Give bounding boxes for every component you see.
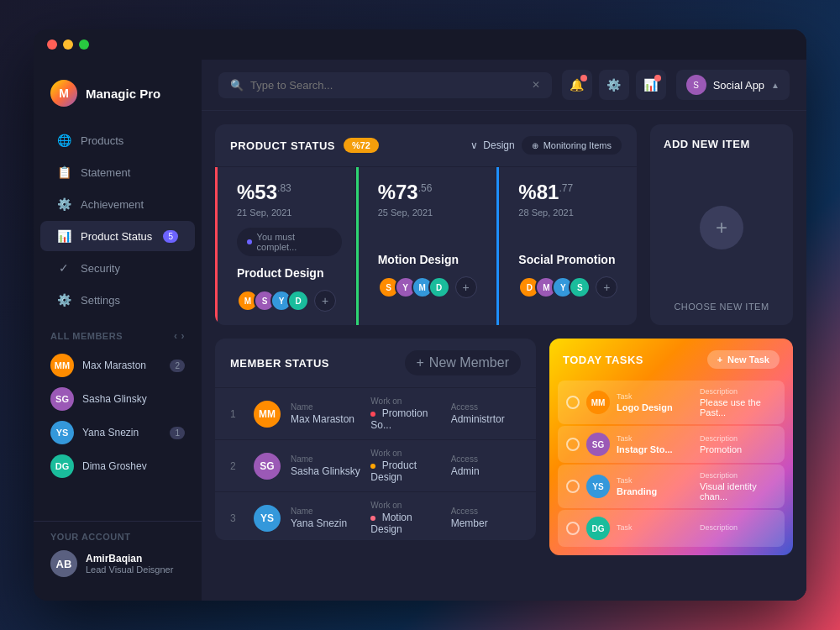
work-dot-icon — [370, 412, 375, 417]
work-field: Work on Promotion So... — [370, 396, 440, 431]
products-icon: 🌐 — [57, 134, 71, 147]
close-button[interactable] — [47, 39, 57, 50]
sidebar-member-item[interactable]: DG Dima Groshev — [34, 449, 202, 483]
maximize-button[interactable] — [79, 39, 89, 50]
notification-badge — [580, 75, 587, 81]
sidebar-item-security[interactable]: ✓ Security — [40, 253, 195, 283]
status-percent: %53.83 — [237, 181, 342, 204]
minimize-button[interactable] — [63, 39, 73, 50]
activity-button[interactable]: 📊 — [636, 70, 666, 100]
task-item[interactable]: MM Task Logo Design Description Please u… — [558, 381, 785, 424]
statement-icon: 📋 — [57, 165, 71, 179]
member-status-title: MEMBER STATUS — [230, 357, 329, 370]
account-role: Lead Visual Deisgner — [86, 564, 185, 575]
prev-arrow-icon[interactable]: ‹ — [174, 330, 178, 342]
member-name: Yana Snezin — [82, 427, 161, 438]
logo-text: Managic Pro — [86, 87, 160, 101]
table-row[interactable]: 1 MM Name Max Maraston Work on Promotion… — [215, 388, 536, 440]
access-field: Access Administrtor — [451, 402, 521, 425]
sidebar-member-item[interactable]: MM Max Maraston 2 — [34, 349, 202, 382]
status-column: %73.56 25 Sep, 2021 Motion Design SYMD + — [356, 167, 497, 325]
task-content: Task Branding — [617, 476, 693, 496]
your-account-label: YOUR ACCOUNT — [50, 532, 185, 542]
work-dot-icon — [370, 516, 375, 521]
task-checkbox[interactable] — [566, 480, 580, 493]
add-item-button[interactable]: + — [700, 206, 743, 249]
product-status-card: PRODUCT STATUS %72 ∨ Design ⊕ Monitoring… — [215, 124, 637, 325]
task-checkbox[interactable] — [566, 522, 580, 535]
add-member-button[interactable]: + — [455, 276, 477, 298]
nav-label: Achievement — [81, 198, 144, 211]
project-name: Motion Design — [378, 253, 483, 266]
sidebar-item-settings[interactable]: ⚙️ Settings — [40, 285, 195, 315]
monitoring-icon: ⊕ — [532, 141, 538, 150]
add-member-button[interactable]: + — [596, 276, 617, 298]
task-item[interactable]: YS Task Branding Description Visual iden… — [558, 465, 785, 508]
main-content: 🔍 ✕ 🔔 ⚙️ 📊 S Soc — [202, 60, 806, 601]
header: 🔍 ✕ 🔔 ⚙️ 📊 S Soc — [202, 60, 806, 111]
notification-button[interactable]: 🔔 — [562, 70, 592, 100]
nav-list: 🌐 Products 📋 Statement ⚙️ Achievement 📊 … — [34, 123, 202, 317]
member-badge: 2 — [170, 360, 185, 372]
sidebar-member-item[interactable]: SG Sasha Glinsky — [34, 382, 202, 416]
content-body: PRODUCT STATUS %72 ∨ Design ⊕ Monitoring… — [202, 111, 806, 601]
access-field: Access Admin — [451, 454, 521, 477]
bottom-row: MEMBER STATUS + New Member 1 MM Name Max… — [215, 339, 793, 555]
table-row[interactable]: 2 SG Name Sasha Glinksky Work on Product… — [215, 440, 536, 492]
sidebar-item-statement[interactable]: 📋 Statement — [40, 157, 195, 187]
avatar: YS — [254, 505, 281, 532]
achievement-icon: ⚙️ — [57, 197, 71, 211]
nav-label: Security — [81, 262, 120, 275]
status-percent: %73.56 — [378, 181, 483, 204]
member-name: Sasha Glinsky — [82, 393, 185, 405]
traffic-lights — [47, 39, 89, 50]
status-date: 28 Sep, 2021 — [518, 207, 623, 218]
work-field: Work on Product Design — [370, 449, 440, 483]
settings-button[interactable]: ⚙️ — [599, 70, 629, 100]
user-profile[interactable]: S Social App ▲ — [676, 70, 790, 100]
account-info[interactable]: AB AmirBaqian Lead Visual Deisgner — [50, 550, 185, 577]
name-field: Name Yana Snezin — [291, 507, 360, 529]
today-tasks-card: TODAY TASKS + New Task MM Task Logo Desi… — [549, 339, 793, 555]
logo-icon: M — [50, 80, 77, 107]
new-member-button[interactable]: + New Member — [405, 350, 521, 375]
new-task-button[interactable]: + New Task — [707, 350, 780, 369]
plus-icon: + — [717, 354, 722, 365]
user-name: Social App — [713, 79, 764, 92]
task-content: Task Instagr Sto... — [617, 434, 693, 454]
task-description: Description Visual identity chan... — [700, 471, 776, 501]
avatar: YS — [586, 475, 610, 498]
table-row[interactable]: 3 YS Name Yana Snezin Work on Motion Des… — [215, 492, 536, 540]
row-number: 1 — [230, 408, 244, 420]
search-icon: 🔍 — [230, 79, 244, 92]
member-status-card: MEMBER STATUS + New Member 1 MM Name Max… — [215, 339, 536, 540]
title-bar — [34, 29, 806, 60]
next-arrow-icon[interactable]: › — [181, 330, 186, 342]
monitoring-button[interactable]: ⊕ Monitoring Items — [522, 136, 622, 155]
nav-label: Product Status — [81, 230, 152, 243]
sidebar-item-products[interactable]: 🌐 Products — [40, 125, 195, 155]
status-column: %53.83 21 Sep, 2021 You must complet... … — [215, 167, 356, 325]
add-member-button[interactable]: + — [314, 290, 336, 312]
today-tasks-title: TODAY TASKS — [563, 354, 707, 366]
today-tasks-header: TODAY TASKS + New Task — [549, 339, 793, 381]
notice-badge: You must complet... — [237, 228, 342, 256]
avatar: YS — [50, 421, 74, 444]
sidebar-item-achievement[interactable]: ⚙️ Achievement — [40, 189, 195, 219]
search-bar[interactable]: 🔍 ✕ — [218, 72, 552, 98]
clear-search-icon[interactable]: ✕ — [532, 79, 540, 91]
task-list: MM Task Logo Design Description Please u… — [549, 381, 793, 555]
task-checkbox[interactable] — [566, 438, 580, 451]
row-number: 3 — [230, 512, 244, 524]
task-item[interactable]: DG Task Description — [558, 510, 785, 547]
nav-label: Statement — [81, 166, 130, 179]
sidebar-member-item[interactable]: YS Yana Snezin 1 — [34, 416, 202, 449]
task-checkbox[interactable] — [566, 396, 580, 409]
sidebar-item-product-status[interactable]: 📊 Product Status 5 — [40, 221, 195, 251]
search-input[interactable] — [250, 79, 525, 92]
task-item[interactable]: SG Task Instagr Sto... Description Promo… — [558, 426, 785, 463]
design-filter[interactable]: ∨ Design — [470, 139, 514, 151]
add-item-label: CHOOSE NEW ITEM — [674, 302, 769, 312]
work-field: Work on Motion Design — [370, 501, 440, 535]
name-field: Name Sasha Glinksky — [291, 454, 360, 477]
